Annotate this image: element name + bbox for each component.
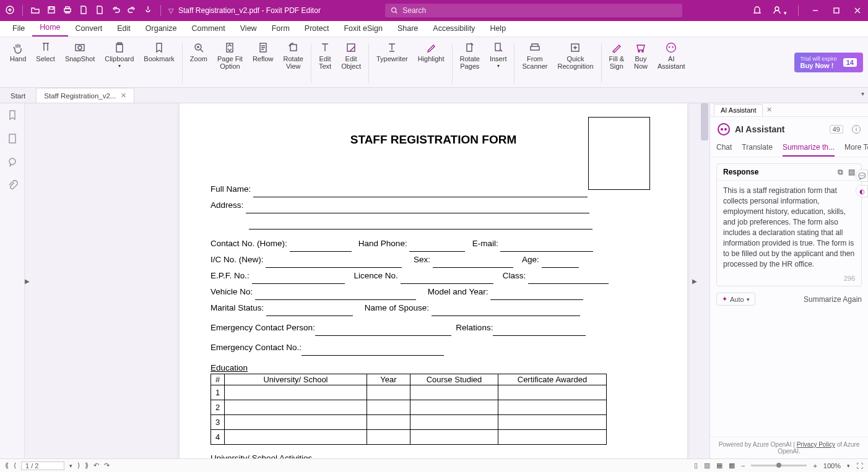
menu-accessibility[interactable]: Accessibility — [425, 22, 482, 36]
nav-back-icon[interactable]: ↶ — [93, 461, 99, 470]
summarize-again-button[interactable]: Summarize Again — [804, 295, 862, 304]
qat-dropdown-icon[interactable]: ▽ — [168, 7, 173, 15]
trial-banner[interactable]: Trial will expireBuy Now ! 14 — [794, 53, 863, 72]
feedback-icon[interactable]: ▤ — [848, 168, 855, 176]
redo-icon[interactable] — [127, 5, 137, 17]
ai-tab-summarize[interactable]: Summarize th... — [783, 140, 835, 157]
last-page-icon[interactable]: ⟫ — [85, 461, 89, 470]
menu-file[interactable]: File — [5, 22, 32, 36]
expand-right-icon[interactable]: ▶ — [692, 278, 697, 285]
quickrecognition-button[interactable]: Quick Recognition — [552, 40, 598, 70]
menu-share[interactable]: Share — [390, 22, 425, 36]
maximize-button[interactable] — [831, 5, 842, 16]
zoom-slider[interactable] — [751, 465, 807, 466]
undo-icon[interactable] — [111, 5, 121, 17]
next-page-icon[interactable]: ⟩ — [77, 461, 80, 470]
prev-page-icon[interactable]: ⟨ — [14, 461, 16, 470]
save-icon[interactable] — [46, 5, 56, 17]
ai-tab-translate[interactable]: Translate — [742, 140, 773, 157]
editobject-button[interactable]: Edit Object — [336, 40, 366, 70]
menu-form[interactable]: Form — [264, 22, 297, 36]
select-button[interactable]: Select — [31, 40, 60, 62]
bookmark-panel-icon[interactable] — [7, 109, 18, 121]
quick-access-toolbar: ▽ — [5, 5, 173, 17]
view-facing-icon[interactable]: ▦ — [716, 461, 723, 470]
page-add-icon[interactable] — [79, 5, 89, 17]
svg-point-25 — [669, 46, 670, 48]
svg-point-6 — [392, 8, 396, 12]
account-icon[interactable]: ▾ — [772, 5, 787, 17]
tab-document[interactable]: Staff Registration_v2...✕ — [36, 88, 134, 103]
bell-icon[interactable] — [752, 5, 762, 17]
auto-dropdown[interactable]: ✦Auto▾ — [716, 293, 755, 306]
expand-left-icon[interactable]: ▶ — [25, 278, 30, 285]
education-label: Education — [210, 363, 656, 372]
zoom-button[interactable]: Zoom — [185, 40, 212, 62]
tab-start[interactable]: Start — [2, 88, 33, 103]
menu-convert[interactable]: Convert — [68, 22, 110, 36]
clipboard-button[interactable]: Clipboard▾ — [100, 40, 139, 70]
buynow-button[interactable]: Buy Now — [629, 40, 653, 70]
svg-rect-3 — [64, 9, 71, 12]
reflow-button[interactable]: Reflow — [248, 40, 279, 62]
ai-response-card: Response ⧉▤ This is a staff registration… — [716, 163, 862, 286]
ai-tab-chat[interactable]: Chat — [716, 140, 732, 157]
fromscanner-button[interactable]: From Scanner — [517, 40, 552, 70]
float-chat-icon[interactable]: 💬 — [856, 169, 868, 182]
minimize-button[interactable] — [810, 5, 821, 16]
close-button[interactable] — [852, 5, 863, 16]
attachments-panel-icon[interactable] — [7, 180, 18, 191]
view-single-icon[interactable]: ▯ — [694, 461, 698, 470]
print-icon[interactable] — [63, 5, 72, 17]
rotatepages-button[interactable]: Rotate Pages — [455, 40, 485, 70]
zoom-in-icon[interactable]: + — [813, 462, 817, 470]
privacy-link[interactable]: Privacy Policy — [797, 441, 835, 448]
search-box[interactable]: Search — [385, 4, 682, 17]
edittext-button[interactable]: Edit Text — [314, 40, 336, 70]
tabstrip-menu-icon[interactable]: ▾ — [861, 90, 864, 97]
menu-esign[interactable]: Foxit eSign — [336, 22, 390, 36]
touch-mode-icon[interactable] — [143, 5, 153, 17]
aiassistant-button[interactable]: AI Assistant — [653, 40, 690, 70]
menu-edit[interactable]: Edit — [110, 22, 138, 36]
zoom-out-icon[interactable]: − — [741, 462, 745, 470]
menu-home[interactable]: Home — [32, 20, 67, 36]
page-icon[interactable] — [95, 5, 105, 17]
bookmark-button[interactable]: Bookmark — [139, 40, 180, 62]
view-facing-cont-icon[interactable]: ▩ — [729, 461, 735, 470]
page-number-input[interactable]: 1 / 2 — [21, 461, 64, 470]
fillsign-button[interactable]: Fill & Sign — [604, 40, 629, 70]
insert-button[interactable]: Insert▾ — [485, 40, 512, 70]
comments-panel-icon[interactable] — [7, 157, 18, 168]
fullscreen-icon[interactable]: ⛶ — [856, 462, 863, 470]
form-fields: Full Name: Address: Contact No. (Home): … — [210, 181, 656, 356]
document-title: Staff Registration_v2.pdf - Foxit PDF Ed… — [178, 6, 321, 15]
menu-comment[interactable]: Comment — [184, 22, 233, 36]
tab-close-icon[interactable]: ✕ — [121, 92, 126, 100]
snapshot-button[interactable]: SnapShot — [60, 40, 100, 62]
float-ai-icon[interactable]: ◐ — [856, 185, 868, 197]
menu-view[interactable]: View — [233, 22, 264, 36]
first-page-icon[interactable]: ⟪ — [5, 461, 9, 470]
pages-panel-icon[interactable] — [7, 133, 18, 144]
rotateview-button[interactable]: Rotate View — [279, 40, 308, 70]
copy-icon[interactable]: ⧉ — [838, 168, 843, 176]
menu-organize[interactable]: Organize — [138, 22, 184, 36]
open-icon[interactable] — [30, 5, 40, 17]
highlight-button[interactable]: Highlight — [413, 40, 449, 62]
hand-button[interactable]: Hand — [5, 40, 31, 62]
ai-tab-more[interactable]: More Tools ▾ — [844, 140, 868, 157]
ai-panel-close-icon[interactable]: ✕ — [766, 106, 772, 114]
svg-rect-20 — [531, 46, 539, 50]
info-icon[interactable]: i — [852, 125, 861, 134]
menu-help[interactable]: Help — [482, 22, 513, 36]
document-canvas[interactable]: ▶ STAFF REGISTRATION FORM Full Name: Add… — [25, 103, 700, 458]
pagefit-button[interactable]: Page Fit Option — [212, 40, 248, 70]
vertical-scrollbar[interactable] — [700, 103, 710, 458]
nav-fwd-icon[interactable]: ↷ — [104, 461, 110, 470]
svg-rect-16 — [290, 45, 297, 51]
ai-panel-tab[interactable]: AI Assistant — [714, 104, 763, 116]
view-continuous-icon[interactable]: ▥ — [704, 461, 710, 470]
menu-protect[interactable]: Protect — [297, 22, 337, 36]
typewriter-button[interactable]: Typewriter — [371, 40, 413, 62]
